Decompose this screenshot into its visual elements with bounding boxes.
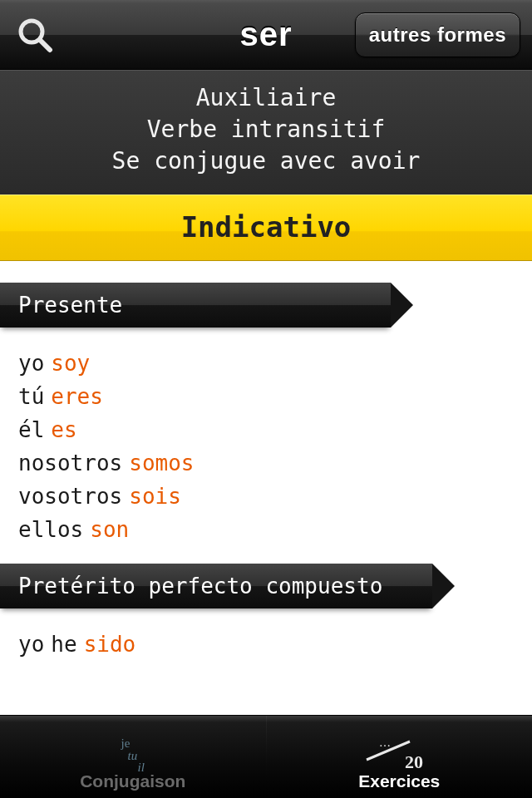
conjugation-row: yo soy xyxy=(18,351,514,376)
other-forms-button[interactable]: autres formes xyxy=(355,12,520,57)
tab-label: Exercices xyxy=(358,771,440,791)
svg-line-1 xyxy=(40,40,50,50)
pronoun: ellos xyxy=(18,517,83,542)
svg-text:…: … xyxy=(379,736,391,749)
verb-info-line: Auxiliaire xyxy=(8,82,524,114)
verb-form: somos xyxy=(129,451,194,475)
tab-conjugaison[interactable]: je tu il Conjugaison xyxy=(0,716,266,798)
verb-form: eres xyxy=(51,384,103,409)
mood-header: Indicativo xyxy=(0,195,532,261)
tense-forms: yo soy tú eres él es nosotros somos voso… xyxy=(0,328,532,564)
tab-exercices[interactable]: … 20 Exercices xyxy=(267,716,533,798)
tense-header: Pretérito perfecto compuesto xyxy=(0,564,432,608)
tense-header: Presente xyxy=(0,283,391,328)
conjugation-row: yo he sido xyxy=(18,632,514,657)
score-icon: … 20 xyxy=(362,733,436,771)
search-button[interactable] xyxy=(12,12,57,57)
pronoun: vosotros xyxy=(18,484,122,509)
conjugation-row: nosotros somos xyxy=(18,451,514,475)
verb-info-line: Verbe intransitif xyxy=(8,114,524,145)
pronoun: él xyxy=(18,417,44,442)
verb-form: es xyxy=(51,417,76,442)
svg-text:20: 20 xyxy=(405,751,423,771)
verb-info-line: Se conjugue avec avoir xyxy=(8,145,524,177)
verb-info: Auxiliaire Verbe intransitif Se conjugue… xyxy=(0,70,532,195)
conjugation-row: ellos son xyxy=(18,517,514,542)
verb-form: son xyxy=(90,517,129,542)
search-icon xyxy=(17,17,53,53)
verb-form: sido xyxy=(84,632,136,657)
tab-bar: je tu il Conjugaison … 20 Exercices xyxy=(0,715,532,798)
verb-form: soy xyxy=(51,351,90,376)
header: ser autres formes xyxy=(0,0,532,70)
conjugaison-icon: je tu il xyxy=(121,737,145,773)
tense-label: Presente xyxy=(0,283,391,328)
auxiliary: he xyxy=(51,632,76,657)
mood-label: Indicativo xyxy=(181,210,352,244)
pronoun: nosotros xyxy=(18,451,122,475)
pronoun: yo xyxy=(18,351,44,376)
pronoun: yo xyxy=(18,632,44,657)
tense-label: Pretérito perfecto compuesto xyxy=(0,564,432,608)
pronoun: tú xyxy=(18,384,44,409)
verb-form: sois xyxy=(129,484,181,509)
conjugation-content[interactable]: Presente yo soy tú eres él es nosotros s… xyxy=(0,261,532,715)
conjugation-row: vosotros sois xyxy=(18,484,514,509)
conjugation-row: él es xyxy=(18,417,514,442)
conjugation-row: tú eres xyxy=(18,384,514,409)
tab-label: Conjugaison xyxy=(80,771,185,791)
tense-forms: yo he sido xyxy=(0,608,532,678)
